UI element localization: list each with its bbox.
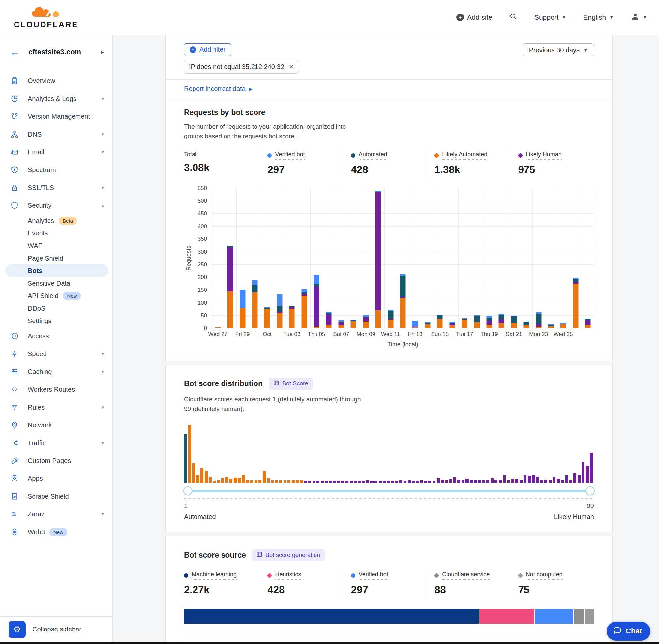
stat-value: 2.27k: [184, 584, 260, 596]
sidebar-item-network[interactable]: Network: [0, 416, 112, 434]
support-menu[interactable]: Support ▼: [534, 14, 566, 21]
stat-label[interactable]: Verified bot: [267, 151, 305, 160]
stat-label[interactable]: Heuristics: [267, 571, 301, 580]
sidebar-item-ssl-tls[interactable]: SSL/TLS▾: [0, 179, 112, 197]
stat-label-text: Verified bot: [359, 571, 389, 580]
bar-segment-likely-automated: [326, 325, 332, 328]
histogram-bar: [366, 480, 369, 483]
sidebar-item-analytics[interactable]: AnalyticsBeta: [0, 214, 112, 227]
stat-label[interactable]: Cloudflare service: [434, 571, 490, 580]
bar-segment-likely-human: [338, 322, 344, 325]
collapse-sidebar-button[interactable]: Collapse sidebar: [32, 625, 81, 633]
stat-label[interactable]: Likely Automated: [434, 151, 487, 160]
sidebar-item-page-shield[interactable]: Page Shield: [0, 252, 112, 264]
sidebar-item-label: Rules: [28, 404, 45, 411]
sidebar-item-analytics-logs[interactable]: Analytics & Logs▾: [0, 90, 112, 108]
histogram-bar: [523, 476, 526, 483]
sidebar-item-security[interactable]: Security▴: [0, 197, 112, 214]
gridline: [360, 188, 360, 328]
sidebar-item-api-shield[interactable]: API ShieldNew: [0, 290, 112, 302]
sidebar-item-caching[interactable]: Caching▾: [0, 363, 112, 381]
sidebar-item-spectrum[interactable]: Spectrum: [0, 161, 112, 179]
language-menu[interactable]: English ▼: [583, 14, 613, 21]
time-range-dropdown[interactable]: Previous 30 days ▼: [523, 43, 594, 58]
filter-chip[interactable]: IP does not equal 35.212.240.32 ✕: [184, 60, 299, 73]
sidebar-footer: ⚙ Collapse sidebar: [0, 616, 112, 644]
bar-segment-likely-human: [326, 315, 332, 325]
chat-button[interactable]: Chat: [607, 622, 651, 641]
sidebar-item-sensitive-data[interactable]: Sensitive Data: [0, 277, 112, 290]
settings-gear-button[interactable]: ⚙: [8, 621, 26, 638]
sidebar-item-overview[interactable]: Overview: [0, 72, 112, 90]
site-header[interactable]: ← cftestsite3.com ▸: [0, 35, 112, 69]
x-tick-label: Mon 09: [356, 331, 375, 338]
shield-icon: [10, 202, 19, 209]
chevron-down-icon: ▾: [101, 185, 104, 190]
analytics-card: + Add filter IP does not equal 35.212.24…: [165, 35, 613, 362]
section-title: Bot score distribution: [184, 379, 263, 388]
add-site-button[interactable]: + Add site: [456, 14, 492, 21]
badge-beta: Beta: [59, 217, 77, 225]
histogram-bar: [494, 480, 497, 483]
sidebar-item-events[interactable]: Events: [0, 227, 112, 239]
sidebar-item-traffic[interactable]: Traffic▾: [0, 434, 112, 452]
chevron-down-icon: ▾: [101, 511, 104, 517]
histogram-bar: [420, 480, 423, 483]
stacked-bar: [376, 190, 381, 328]
legend-dot-icon: [434, 573, 439, 578]
sidebar-item-workers-routes[interactable]: Workers Routes: [0, 381, 112, 398]
sidebar-item-waf[interactable]: WAF: [0, 239, 112, 252]
bot-score-generation-badge[interactable]: Bot score generation: [252, 549, 325, 561]
stat-label[interactable]: Not computed: [518, 571, 563, 580]
stat-label-text: Automated: [359, 151, 387, 160]
add-filter-button[interactable]: + Add filter: [184, 43, 231, 56]
search-button[interactable]: [509, 13, 517, 22]
plus-circle-icon: +: [190, 46, 196, 53]
sidebar-item-label: Analytics: [28, 217, 54, 225]
slider-track[interactable]: [185, 490, 593, 492]
bar-segment-likely-automated: [338, 325, 344, 328]
sidebar-item-settings[interactable]: Settings: [0, 315, 112, 327]
bar-segment-likely-human: [363, 317, 369, 322]
bot-score-badge[interactable]: Bot Score: [269, 377, 313, 390]
header-actions: + Add site Support ▼ English ▼ ▼: [456, 12, 647, 23]
sidebar-item-label: Sensitive Data: [28, 280, 70, 287]
dns-tree-icon: [10, 130, 19, 138]
sidebar-item-custom-pages[interactable]: Custom Pages: [0, 452, 112, 469]
book-icon: [257, 551, 262, 559]
account-menu[interactable]: ▼: [631, 12, 647, 23]
time-range-label: Previous 30 days: [529, 46, 580, 54]
stat-verified-bot: Verified bot297: [344, 570, 427, 599]
chevron-down-icon: ▾: [101, 131, 104, 137]
sidebar-item-web3[interactable]: Web3New: [0, 523, 112, 541]
stacked-bar: [462, 318, 468, 328]
x-tick-label: Mon 23: [529, 331, 548, 338]
stat-label[interactable]: Automated: [351, 151, 387, 160]
stat-label[interactable]: Machine learning: [184, 571, 237, 580]
stat-label[interactable]: Verified bot: [351, 571, 389, 580]
sidebar-item-scrape-shield[interactable]: Scrape Shield: [0, 487, 112, 505]
y-tick-label: 0: [204, 325, 207, 332]
shield-star-icon: [10, 166, 19, 174]
slider-handle-min[interactable]: [183, 486, 192, 495]
sidebar-item-apps[interactable]: Apps: [0, 469, 112, 487]
slider-handle-max[interactable]: [586, 486, 595, 495]
sidebar-item-access[interactable]: Access: [0, 327, 112, 345]
stat-label[interactable]: Likely Human: [518, 151, 562, 160]
sidebar-item-email[interactable]: Email▾: [0, 143, 112, 161]
histogram-bar: [586, 466, 589, 483]
sidebar-item-ddos[interactable]: DDoS: [0, 302, 112, 315]
sidebar-item-zaraz[interactable]: Zaraz▾: [0, 505, 112, 523]
sidebar-item-rules[interactable]: Rules▾: [0, 398, 112, 416]
cloudflare-logo[interactable]: CLOUDFLARE: [14, 6, 78, 29]
divider: [184, 639, 594, 639]
close-icon[interactable]: ✕: [289, 63, 294, 71]
sidebar-item-bots[interactable]: Bots: [5, 264, 109, 277]
chevron-right-icon[interactable]: ▸: [101, 48, 104, 56]
back-arrow-icon[interactable]: ←: [10, 47, 20, 57]
sidebar-item-dns[interactable]: DNS▾: [0, 125, 112, 143]
x-tick-label: Sun 15: [431, 331, 449, 338]
sidebar-item-version-management[interactable]: Version Management: [0, 108, 112, 125]
sidebar-item-speed[interactable]: Speed▾: [0, 345, 112, 363]
report-incorrect-data-link[interactable]: Report incorrect data ▶: [166, 79, 612, 98]
